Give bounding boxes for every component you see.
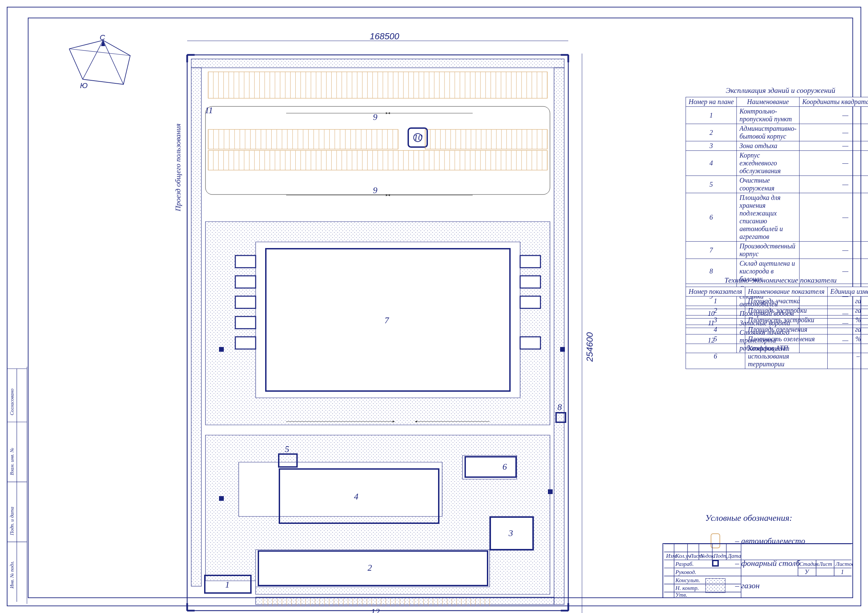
svg-text:5: 5: [285, 444, 289, 454]
compass: С Ю: [62, 35, 137, 90]
svg-text:9: 9: [373, 185, 377, 195]
dim-width: 168500: [191, 31, 578, 42]
svg-rect-32: [235, 337, 256, 349]
svg-text:10: 10: [414, 133, 423, 142]
svg-rect-47: [560, 347, 565, 352]
svg-text:Лист: Лист: [818, 561, 832, 567]
indicator-row: 3Плотность застройки%45: [686, 316, 868, 325]
svg-text:Инв. № подл.: Инв. № подл.: [9, 561, 15, 588]
svg-rect-17: [554, 68, 564, 605]
compass-south: Ю: [80, 81, 88, 90]
drawing-sheet: С Ю 168500 254600 Проезд общего пользова…: [7, 7, 861, 606]
explication-row: 7Производственный корпус—: [686, 241, 868, 259]
indicator-row: 6Коэффициент использования территории–0,…: [686, 344, 868, 369]
road-label-left: Проезд общего пользования: [174, 66, 183, 269]
explication-row: 5Очистные сооружения—: [686, 176, 868, 193]
svg-rect-34: [520, 276, 541, 288]
svg-rect-37: [279, 469, 439, 523]
explication-block: Экспликация зданий и сооружений Номер на…: [685, 86, 868, 97]
dim-height: 254600: [584, 333, 595, 362]
svg-text:Согласовано: Согласовано: [9, 389, 15, 415]
svg-text:11: 11: [205, 105, 213, 115]
svg-text:Подп.: Подп.: [713, 553, 728, 559]
site-plan: 10: [184, 52, 571, 613]
svg-text:Утв.: Утв.: [676, 592, 687, 598]
svg-rect-30: [235, 296, 256, 308]
svg-text:1: 1: [225, 580, 229, 590]
svg-text:3: 3: [508, 528, 513, 538]
indicator-row: 4Площадь озелененияга0,6: [686, 325, 868, 334]
svg-rect-45: [219, 347, 224, 352]
svg-text:Кол.уч: Кол.уч: [675, 553, 691, 559]
svg-text:4: 4: [354, 492, 358, 502]
svg-rect-16: [191, 68, 202, 586]
indicator-row: 1Площадь участкага4,29: [686, 297, 868, 306]
svg-rect-41: [258, 551, 488, 585]
svg-text:У: У: [804, 569, 809, 575]
explication-title: Экспликация зданий и сооружений: [685, 86, 868, 95]
svg-rect-35: [520, 296, 541, 308]
svg-text:2: 2: [367, 563, 372, 573]
explication-row: 6Площадка для хранения подлежащих списан…: [686, 193, 868, 241]
svg-text:Н. контр.: Н. контр.: [675, 585, 699, 591]
svg-text:Дата: Дата: [727, 553, 741, 559]
indicator-row: 2Площадь застройкига1,93: [686, 306, 868, 316]
svg-text:Консульт.: Консульт.: [675, 577, 700, 584]
svg-line-0: [83, 40, 103, 79]
indicators-title: Технико-экономические показатели: [685, 276, 868, 285]
svg-text:Стадия: Стадия: [799, 561, 818, 567]
compass-north: С: [100, 33, 105, 42]
svg-text:Руковод.: Руковод.: [675, 569, 696, 575]
svg-rect-48: [548, 489, 553, 494]
svg-text:12: 12: [371, 607, 380, 613]
svg-text:1: 1: [841, 569, 844, 575]
title-block: Изм. Кол.уч Лист №док. Подп. Дата Разраб…: [662, 543, 852, 598]
svg-text:7: 7: [384, 316, 389, 325]
svg-text:Подп. и дата: Подп. и дата: [9, 506, 15, 536]
svg-text:9: 9: [373, 112, 377, 122]
svg-rect-29: [235, 276, 256, 288]
explication-row: 3Зона отдыха—: [686, 141, 868, 151]
explication-row: 4Корпус ежедневного обслуживания—: [686, 151, 868, 176]
svg-text:Листов: Листов: [835, 561, 852, 567]
svg-rect-31: [235, 316, 256, 329]
svg-text:№док.: №док.: [700, 553, 715, 559]
explication-row: 1Контрольно-пропускной пункт—: [686, 107, 868, 124]
svg-rect-28: [235, 255, 256, 268]
svg-line-1: [103, 40, 123, 84]
svg-text:8: 8: [557, 402, 562, 412]
indicator-row: 5Плотность озеленения%15: [686, 334, 868, 344]
dim-height-wrap: 254600: [584, 52, 595, 613]
svg-text:6: 6: [502, 462, 507, 472]
svg-rect-40: [465, 457, 516, 477]
svg-text:Разраб.: Разраб.: [675, 561, 694, 567]
svg-line-2: [69, 49, 130, 56]
dim-line-right: [582, 54, 582, 613]
legend-title: Условные обозначения:: [705, 513, 868, 523]
svg-rect-33: [520, 255, 541, 268]
svg-text:Взам. инв. №: Взам. инв. №: [9, 447, 15, 475]
explication-row: 2Административно-бытовой корпус—: [686, 124, 868, 141]
svg-rect-36: [520, 337, 541, 349]
inner-frame: С Ю 168500 254600 Проезд общего пользова…: [28, 18, 853, 598]
svg-rect-15: [191, 59, 564, 68]
svg-rect-46: [219, 496, 224, 501]
indicators-table: Номер показателя Наименование показателя…: [685, 287, 868, 369]
indicators-block: Технико-экономические показатели Номер п…: [685, 276, 868, 287]
left-margin-stamp: Инв. № подл. Подп. и дата Взам. инв. № С…: [8, 367, 27, 604]
